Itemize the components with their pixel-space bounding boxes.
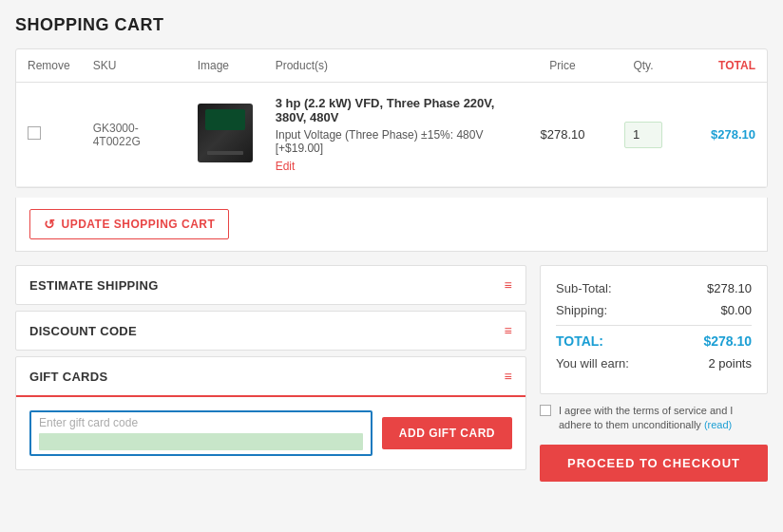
subtotal-label: Sub-Total: (556, 281, 612, 295)
left-panel: ESTIMATE SHIPPING ≡ DISCOUNT CODE ≡ GIFT… (15, 265, 526, 482)
right-panel: Sub-Total: $278.10 Shipping: $0.00 TOTAL… (540, 265, 768, 482)
estimate-shipping-header[interactable]: ESTIMATE SHIPPING ≡ (16, 266, 525, 304)
summary-total-row: TOTAL: $278.10 (556, 333, 752, 349)
terms-area: I agree with the terms of service and I … (540, 404, 768, 433)
update-cart-button[interactable]: ↺ UPDATE SHOPPING CART (29, 209, 229, 239)
accordion-gift-cards: GIFT CARDS ≡ Enter gift card code ADD GI… (15, 356, 526, 470)
update-button-label: UPDATE SHOPPING CART (62, 218, 216, 231)
shipping-value: $0.00 (720, 303, 752, 317)
remove-checkbox[interactable] (28, 126, 41, 140)
product-image (198, 104, 253, 162)
col-header-total: TOTAL (681, 49, 767, 83)
bottom-section: ESTIMATE SHIPPING ≡ DISCOUNT CODE ≡ GIFT… (15, 265, 768, 482)
col-header-remove: Remove (16, 49, 82, 83)
col-header-sku: SKU (82, 49, 186, 83)
product-name: 3 hp (2.2 kW) VFD, Three Phase 220V, 380… (276, 96, 508, 124)
subtotal-value: $278.10 (707, 281, 752, 295)
shipping-label: Shipping: (556, 303, 607, 317)
discount-code-label: DISCOUNT CODE (29, 324, 137, 338)
discount-code-header[interactable]: DISCOUNT CODE ≡ (16, 312, 525, 350)
add-gift-card-button[interactable]: ADD GIFT CARD (382, 417, 512, 449)
gift-cards-content: Enter gift card code ADD GIFT CARD (16, 395, 525, 469)
gift-card-green-bar (39, 433, 363, 450)
item-sku: GK3000-4T0022G (82, 83, 186, 187)
terms-read-link[interactable]: (read) (704, 419, 732, 430)
cart-table: Remove SKU Image Product(s) Price Qty. T… (16, 49, 767, 187)
page-title: SHOPPING CART (15, 15, 768, 35)
summary-subtotal-row: Sub-Total: $278.10 (556, 281, 752, 295)
gift-cards-icon: ≡ (505, 369, 512, 384)
accordion-discount-code: DISCOUNT CODE ≡ (15, 311, 526, 351)
terms-checkbox[interactable] (540, 405, 551, 416)
item-total: $278.10 (681, 83, 767, 187)
estimate-shipping-label: ESTIMATE SHIPPING (29, 278, 159, 293)
summary-shipping-row: Shipping: $0.00 (556, 303, 752, 317)
summary-earn-row: You will earn: 2 points (556, 356, 752, 370)
update-area: ↺ UPDATE SHOPPING CART (15, 198, 768, 252)
product-edit-link[interactable]: Edit (276, 160, 296, 173)
page-wrapper: SHOPPING CART Remove SKU Image Product(s… (0, 0, 783, 497)
update-icon: ↺ (44, 217, 56, 232)
estimate-shipping-icon: ≡ (505, 277, 512, 293)
total-value: $278.10 (703, 333, 752, 349)
discount-code-icon: ≡ (505, 323, 512, 338)
gift-card-field-wrap: Enter gift card code (29, 410, 372, 456)
gift-card-placeholder: Enter gift card code (39, 416, 363, 429)
gift-cards-label: GIFT CARDS (29, 370, 107, 384)
qty-input[interactable] (624, 122, 662, 148)
order-summary: Sub-Total: $278.10 Shipping: $0.00 TOTAL… (540, 265, 768, 394)
terms-text: I agree with the terms of service and I … (559, 404, 768, 433)
checkout-button[interactable]: PROCEED TO CHECKOUT (540, 445, 768, 482)
col-header-qty: Qty. (605, 49, 681, 83)
item-price: $278.10 (520, 83, 605, 187)
gift-card-input-row: Enter gift card code ADD GIFT CARD (29, 410, 512, 456)
col-header-product: Product(s) (264, 49, 520, 83)
gift-cards-header[interactable]: GIFT CARDS ≡ (16, 357, 525, 395)
earn-value: 2 points (708, 356, 752, 370)
accordion-estimate-shipping: ESTIMATE SHIPPING ≡ (15, 265, 526, 305)
earn-label: You will earn: (556, 356, 629, 370)
total-label: TOTAL: (556, 333, 603, 349)
col-header-image: Image (186, 49, 264, 83)
cart-container: Remove SKU Image Product(s) Price Qty. T… (15, 48, 768, 188)
product-desc: Input Voltage (Three Phase) ±15%: 480V [… (276, 128, 508, 155)
col-header-price: Price (520, 49, 605, 83)
summary-divider (556, 325, 752, 326)
table-row: GK3000-4T0022G 3 hp (2.2 kW) VFD, Three … (16, 83, 767, 187)
